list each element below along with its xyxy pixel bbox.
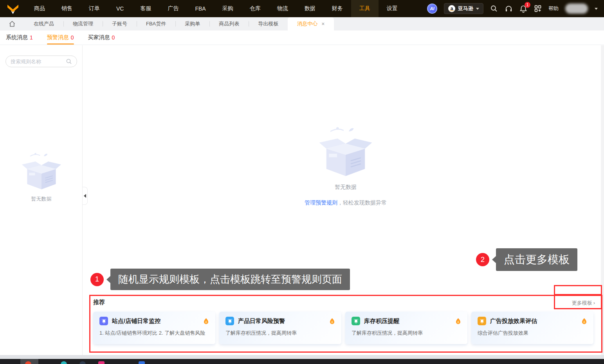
alert-message-count: 0 bbox=[71, 34, 74, 41]
tab-online-products[interactable]: 在线产品 bbox=[24, 17, 63, 30]
step-number-badge: 1 bbox=[90, 273, 104, 286]
notification-count-badge: 1 bbox=[525, 2, 530, 8]
user-menu-chevron-icon[interactable] bbox=[595, 8, 598, 10]
template-card-desc: 1. 站点/店铺销售环境对比 2. 了解大盘销售风险 bbox=[99, 330, 209, 337]
template-card-product-risk[interactable]: 产品日常风险预警 了解库存积压情况，提高周转率 bbox=[219, 312, 341, 344]
manage-alert-rules-link[interactable]: 管理预警规则 bbox=[305, 199, 337, 206]
tab-message-center-label: 消息中心 bbox=[297, 20, 317, 27]
template-card-title: 产品日常风险预警 bbox=[238, 317, 329, 325]
vertical-scrollbar[interactable] bbox=[601, 45, 604, 355]
user-avatar[interactable] bbox=[565, 4, 588, 14]
template-card-inventory-backlog[interactable]: 库存积压提醒 了解库存积压情况，提高周转率 bbox=[345, 312, 467, 344]
headset-support-icon[interactable] bbox=[505, 5, 513, 13]
message-category-tabs: 系统消息 1 预警消息 0 买家消息 0 bbox=[0, 30, 604, 45]
taskbar-app-icon[interactable] bbox=[139, 361, 145, 364]
tab-buyer-messages[interactable]: 买家消息 0 bbox=[88, 30, 115, 45]
callout-arrow-icon bbox=[492, 256, 496, 263]
rule-search-input[interactable] bbox=[11, 59, 66, 65]
sidebar-empty-text: 暂无数据 bbox=[0, 195, 83, 203]
more-templates-link[interactable]: 更多模板› bbox=[556, 299, 595, 307]
main-menu: 商品 销售 订单 VC 客服 广告 FBA 采购 仓库 物流 数据 财务 工具 … bbox=[26, 0, 406, 17]
alarm-bell-icon bbox=[352, 317, 360, 325]
home-icon[interactable] bbox=[0, 17, 24, 30]
tab-alert-messages[interactable]: 预警消息 0 bbox=[47, 30, 74, 45]
menu-item-orders[interactable]: 订单 bbox=[81, 0, 108, 17]
app-logo-icon[interactable] bbox=[0, 0, 26, 17]
tab-message-center[interactable]: 消息中心 × bbox=[288, 17, 334, 30]
annotation-step-2-text: 点击更多模板 bbox=[496, 248, 577, 271]
tab-fba-shipments[interactable]: FBA货件 bbox=[137, 17, 175, 30]
menu-item-purchasing[interactable]: 采购 bbox=[214, 0, 242, 17]
menu-item-sales[interactable]: 销售 bbox=[53, 0, 81, 17]
top-nav: 商品 销售 订单 VC 客服 广告 FBA 采购 仓库 物流 数据 财务 工具 … bbox=[0, 0, 604, 17]
menu-item-settings[interactable]: 设置 bbox=[379, 0, 406, 17]
hot-flame-icon bbox=[581, 318, 587, 325]
callout-arrow-icon bbox=[106, 276, 110, 283]
os-taskbar bbox=[0, 359, 604, 364]
system-message-count: 1 bbox=[30, 34, 33, 41]
taskbar-app-icon[interactable] bbox=[98, 361, 105, 364]
main-empty-text: 暂无数据 bbox=[282, 184, 409, 191]
marketplace-label: 亚马逊 bbox=[458, 5, 473, 12]
sidebar-collapse-handle[interactable] bbox=[83, 187, 88, 205]
menu-item-logistics[interactable]: 物流 bbox=[269, 0, 296, 17]
menu-item-tools[interactable]: 工具 bbox=[351, 0, 379, 17]
marketplace-selector[interactable]: a 亚马逊 bbox=[444, 3, 483, 14]
sidebar-empty-state: 暂无数据 bbox=[0, 151, 83, 203]
tab-purchase-orders[interactable]: 采购单 bbox=[175, 17, 209, 30]
menu-item-ads[interactable]: 广告 bbox=[159, 0, 187, 17]
chevron-down-icon bbox=[476, 8, 479, 10]
empty-box-illustration bbox=[315, 124, 376, 179]
amazon-logo-icon: a bbox=[448, 5, 455, 12]
help-link[interactable]: 帮助 bbox=[548, 5, 559, 12]
manage-rules-line: 管理预警规则，轻松发现数据异常 bbox=[282, 199, 409, 206]
collapse-left-icon bbox=[84, 194, 86, 198]
template-card-title: 站点/店铺日常监控 bbox=[112, 317, 203, 325]
menu-item-finance[interactable]: 财务 bbox=[324, 0, 351, 17]
template-card-desc: 综合评估广告投放效果 bbox=[478, 330, 587, 337]
page-tab-strip: 在线产品 物流管理 子账号 FBA货件 采购单 商品列表 导出模板 消息中心 × bbox=[0, 17, 604, 30]
rule-search-box[interactable] bbox=[5, 56, 77, 67]
template-card-desc: 了解库存积压情况，提高周转率 bbox=[225, 330, 335, 337]
tab-export-templates[interactable]: 导出模板 bbox=[249, 17, 288, 30]
menu-item-fba[interactable]: FBA bbox=[187, 0, 214, 17]
menu-item-products[interactable]: 商品 bbox=[26, 0, 53, 17]
main-empty-state: 暂无数据 管理预警规则，轻松发现数据异常 bbox=[282, 124, 409, 206]
template-card-site-monitoring[interactable]: 站点/店铺日常监控 1. 站点/店铺销售环境对比 2. 了解大盘销售风险 bbox=[93, 312, 215, 344]
ai-assistant-icon[interactable]: AI bbox=[427, 4, 437, 14]
menu-item-data[interactable]: 数据 bbox=[296, 0, 324, 17]
template-card-ad-performance[interactable]: 广告投放效果评估 综合评估广告投放效果 bbox=[471, 312, 593, 344]
search-icon[interactable] bbox=[490, 5, 498, 13]
menu-item-vc[interactable]: VC bbox=[108, 0, 132, 17]
tab-logistics-mgmt[interactable]: 物流管理 bbox=[63, 17, 103, 30]
apps-grid-icon[interactable] bbox=[534, 5, 542, 13]
taskbar-app-icon[interactable] bbox=[79, 361, 86, 364]
manage-rules-suffix: ，轻松发现数据异常 bbox=[337, 199, 387, 206]
annotation-step-2: 2 点击更多模板 bbox=[476, 248, 577, 271]
template-card-title: 库存积压提醒 bbox=[364, 317, 455, 325]
taskbar-app-icon[interactable] bbox=[61, 361, 67, 364]
alarm-bell-icon bbox=[478, 317, 486, 325]
tab-buyer-messages-label: 买家消息 bbox=[88, 34, 110, 41]
more-templates-label: 更多模板 bbox=[572, 300, 592, 306]
recommend-section-title: 推荐 bbox=[93, 299, 105, 306]
alarm-bell-icon bbox=[99, 317, 108, 325]
menu-item-customer-service[interactable]: 客服 bbox=[132, 0, 159, 17]
app-window: 商品 销售 订单 VC 客服 广告 FBA 采购 仓库 物流 数据 财务 工具 … bbox=[0, 0, 604, 364]
hot-flame-icon bbox=[203, 318, 209, 325]
chevron-right-icon: › bbox=[593, 300, 595, 306]
rules-sidebar: 暂无数据 bbox=[0, 45, 83, 355]
annotation-step-1: 1 随机显示规则模板，点击模板跳转至预警规则页面 bbox=[90, 269, 350, 290]
annotation-highlight-above-more bbox=[554, 285, 602, 295]
tab-product-list[interactable]: 商品列表 bbox=[209, 17, 249, 30]
tab-system-messages-label: 系统消息 bbox=[6, 34, 28, 41]
notifications-bell-icon[interactable]: 1 bbox=[519, 5, 527, 13]
tab-system-messages[interactable]: 系统消息 1 bbox=[6, 30, 33, 45]
step-number-badge: 2 bbox=[476, 253, 489, 266]
horizontal-scrollbar[interactable] bbox=[0, 355, 604, 359]
menu-item-warehouse[interactable]: 仓库 bbox=[242, 0, 269, 17]
template-card-desc: 了解库存积压情况，提高周转率 bbox=[352, 330, 461, 337]
empty-box-illustration bbox=[19, 151, 64, 192]
close-tab-icon[interactable]: × bbox=[321, 21, 325, 27]
tab-sub-accounts[interactable]: 子账号 bbox=[103, 17, 137, 30]
